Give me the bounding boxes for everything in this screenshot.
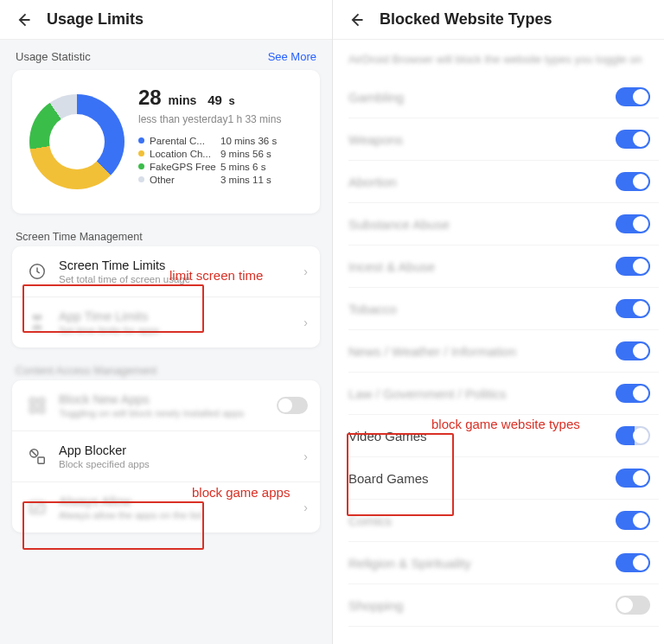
page-title: Blocked Website Types: [380, 10, 552, 29]
screen-time-mgmt-label: Screen Time Management: [0, 226, 332, 246]
usage-statistic-card: 28 mins 49 s less than yesterday1 h 33 m…: [12, 70, 320, 214]
blocked-type-toggle[interactable]: [616, 384, 650, 403]
blocked-type-toggle[interactable]: [616, 469, 650, 488]
blocked-type-item[interactable]: Law / Government / Politics: [348, 373, 659, 415]
chevron-right-icon: ›: [303, 316, 308, 329]
usage-donut-chart: [21, 86, 133, 198]
legend-dot-icon: [138, 150, 144, 156]
legend-dot-icon: [138, 137, 144, 143]
blocked-type-label: Weapons: [348, 132, 403, 147]
blocked-websites-pane: Blocked Website Types AirDroid Browser w…: [332, 0, 664, 644]
blocked-type-toggle[interactable]: [616, 214, 650, 233]
arrow-left-icon: [15, 11, 32, 29]
blocked-type-toggle[interactable]: [616, 511, 650, 530]
blocked-type-toggle[interactable]: [616, 596, 650, 615]
screen-time-limits-title: Screen Time Limits: [59, 258, 303, 272]
blocked-type-toggle[interactable]: [616, 299, 650, 318]
block-new-apps-toggle[interactable]: [277, 397, 308, 414]
app-time-limits-sub: Set time limits for apps: [59, 325, 303, 335]
block-new-apps-title: Block New Apps: [59, 392, 277, 406]
allow-icon: [24, 494, 50, 520]
hourglass-icon: [24, 309, 50, 335]
blocked-type-item[interactable]: Abortion: [348, 161, 659, 203]
clock-icon: [24, 258, 50, 284]
blocked-type-toggle[interactable]: [616, 257, 650, 276]
blocked-type-toggle[interactable]: [616, 341, 650, 360]
usage-limits-pane: Usage Limits Usage Statistic See More 28…: [0, 0, 332, 644]
blocked-type-item[interactable]: Weapons: [348, 118, 659, 161]
blocked-type-label: Shopping: [348, 598, 403, 613]
blocked-type-item[interactable]: Incest & Abuse: [348, 245, 659, 288]
blocked-type-item[interactable]: Shopping: [348, 584, 659, 627]
legend-app-time: 3 mins 11 s: [220, 175, 271, 185]
app-blocker-sub: Block specified apps: [59, 459, 303, 469]
see-more-link[interactable]: See More: [268, 50, 316, 63]
screen-time-limits-sub: Set total time of screen usage: [59, 274, 303, 284]
svg-rect-4: [39, 407, 44, 412]
legend-row: Parental C...10 mins 36 s: [138, 136, 308, 146]
blocked-type-item[interactable]: Substance Abuse: [348, 203, 659, 245]
apps-block-icon: [24, 392, 50, 418]
legend-row: Other3 mins 11 s: [138, 175, 308, 185]
blocker-icon: [24, 443, 50, 469]
blocked-type-label: Comics: [348, 513, 392, 528]
blocked-type-item[interactable]: Tobacco: [348, 288, 659, 330]
blocked-type-item[interactable]: Gambling: [348, 76, 659, 118]
blocked-type-item[interactable]: Religion & Spirituality: [348, 542, 659, 584]
page-title: Usage Limits: [47, 10, 144, 29]
blocked-type-label: Board Games: [348, 471, 429, 486]
legend-row: Location Ch...9 mins 56 s: [138, 149, 308, 159]
svg-rect-3: [30, 407, 35, 412]
usage-legend: Parental C...10 mins 36 sLocation Ch...9…: [138, 136, 308, 185]
legend-app-time: 10 mins 36 s: [220, 136, 277, 146]
blocked-type-label: Incest & Abuse: [348, 259, 435, 274]
legend-app-name: Other: [150, 175, 220, 185]
svg-rect-1: [30, 399, 35, 404]
blocked-type-item[interactable]: Board Games: [348, 457, 659, 500]
arrow-left-icon: [348, 11, 365, 29]
blocked-type-toggle[interactable]: [616, 87, 650, 106]
always-allow-item[interactable]: Always Allow Always allow the apps on th…: [12, 481, 320, 532]
back-button[interactable]: [12, 9, 35, 31]
usage-statistic-header: Usage Statistic See More: [0, 40, 332, 70]
blocked-type-toggle[interactable]: [616, 426, 650, 445]
blocked-type-toggle[interactable]: [616, 553, 650, 572]
usage-statistic-label: Usage Statistic: [16, 50, 91, 63]
blocked-type-label: Substance Abuse: [348, 217, 450, 232]
app-blocker-item[interactable]: App Blocker Block specified apps ›: [12, 430, 320, 481]
legend-app-name: Parental C...: [150, 136, 220, 146]
blocked-type-label: Religion & Spirituality: [348, 556, 471, 571]
app-time-limits-item[interactable]: App Time Limits Set time limits for apps…: [12, 296, 320, 348]
legend-app-time: 5 mins 6 s: [220, 162, 265, 172]
blocked-type-item[interactable]: News / Weather / Information: [348, 330, 659, 373]
blocked-type-toggle[interactable]: [616, 172, 650, 191]
blocked-types-list: GamblingWeaponsAbortionSubstance AbuseIn…: [333, 76, 664, 627]
svg-rect-2: [39, 399, 44, 404]
legend-dot-icon: [138, 163, 144, 169]
blocked-type-item[interactable]: Comics: [348, 500, 659, 542]
header-right: Blocked Website Types: [333, 0, 664, 40]
block-new-apps-item[interactable]: Block New Apps Toggling on will block ne…: [12, 380, 320, 430]
blocked-type-item[interactable]: Video Games: [348, 415, 659, 457]
block-new-apps-sub: Toggling on will block newly installed a…: [59, 408, 277, 418]
chevron-right-icon: ›: [303, 450, 308, 463]
screen-time-limits-item[interactable]: Screen Time Limits Set total time of scr…: [12, 246, 320, 296]
always-allow-title: Always Allow: [59, 494, 303, 508]
usage-compare-text: less than yesterday1 h 33 mins: [138, 113, 308, 127]
blocked-type-toggle[interactable]: [616, 130, 650, 149]
legend-app-name: Location Ch...: [150, 149, 220, 159]
chevron-right-icon: ›: [303, 265, 308, 278]
back-button[interactable]: [345, 9, 367, 31]
blocked-type-label: Tobacco: [348, 302, 397, 316]
app-time-limits-title: App Time Limits: [59, 309, 303, 323]
legend-dot-icon: [138, 176, 144, 182]
blocked-type-label: Gambling: [348, 90, 404, 105]
blocked-type-label: Law / Government / Politics: [348, 386, 507, 401]
usage-total-time: 28 mins 49 s: [138, 86, 308, 110]
content-access-card: Block New Apps Toggling on will block ne…: [12, 380, 320, 532]
chevron-right-icon: ›: [303, 501, 308, 514]
content-access-mgmt-label: Content Access Management: [0, 360, 332, 380]
always-allow-sub: Always allow the apps on the list: [59, 510, 303, 520]
header-left: Usage Limits: [0, 0, 332, 40]
blocked-type-label: News / Weather / Information: [348, 344, 516, 359]
